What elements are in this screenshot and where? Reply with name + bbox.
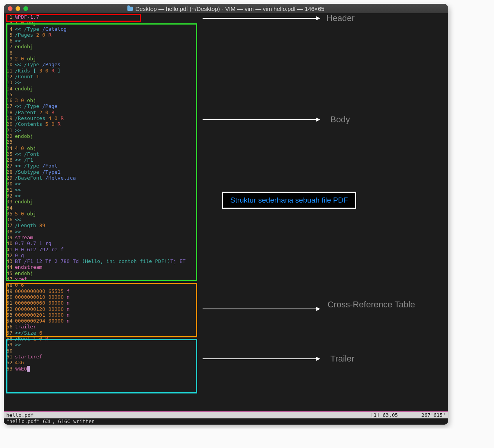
folder-icon — [127, 7, 133, 11]
code-content: 0000000000 65535 f — [15, 288, 448, 294]
caption-box: Struktur sederhana sebuah file PDF — [222, 192, 356, 209]
line-number: 47 — [4, 276, 15, 282]
code-content: endstream — [15, 264, 448, 270]
code-content: /Kids [ 3 0 R ] — [15, 68, 448, 74]
code-content: 0 0 612 792 re f — [15, 247, 448, 252]
line-number: 54 — [4, 318, 15, 324]
code-line: 36<< — [4, 217, 448, 222]
line-number: 11 — [4, 68, 15, 74]
code-line: 62436 — [4, 360, 448, 365]
line-number: 50 — [4, 294, 15, 300]
code-content: %%EO — [15, 366, 448, 372]
code-line: 60 — [4, 348, 448, 354]
line-number: 17 — [4, 103, 15, 109]
line-number: 7 — [4, 44, 15, 49]
code-line: 23 — [4, 139, 448, 145]
label-body: Body — [330, 115, 350, 125]
code-line: 26<< /F1 — [4, 157, 448, 163]
code-content: 2 0 obj — [15, 56, 448, 62]
line-number: 20 — [4, 121, 15, 127]
line-number: 24 — [4, 145, 15, 151]
line-number: 43 — [4, 258, 15, 264]
code-content: 0 6 — [15, 282, 448, 288]
line-number: 35 — [4, 211, 15, 217]
code-content: >> — [15, 127, 448, 133]
code-content: /BaseFont /Helvetica — [15, 175, 448, 181]
line-number: 25 — [4, 151, 15, 157]
code-content: 0000000294 00000 n — [15, 318, 448, 324]
code-line: 15 — [4, 92, 448, 97]
line-number: 28 — [4, 169, 15, 175]
statusbar: hello.pdf [1] 63,05 267'615' — [4, 412, 448, 418]
code-content: /Resources 4 0 R — [15, 115, 448, 121]
code-content: >> — [15, 181, 448, 187]
code-line: 420 g — [4, 252, 448, 258]
code-content: << /Type /Font — [15, 163, 448, 169]
code-line: 56trailer — [4, 324, 448, 330]
code-content: >> — [15, 79, 448, 85]
line-number: 14 — [4, 86, 15, 92]
label-trailer: Trailer — [330, 354, 355, 364]
code-content: 0.7 0.7 1 rg — [15, 240, 448, 246]
code-line: 1%PDF-1.7 — [4, 14, 448, 20]
label-header: Header — [326, 13, 355, 23]
status-filename: hello.pdf — [6, 412, 34, 418]
arrow-xref — [203, 309, 319, 309]
code-line: 25<< /Font — [4, 151, 448, 157]
code-content: /Root 1 0 R — [15, 336, 448, 342]
code-content: stream — [15, 235, 448, 240]
code-line: 14endobj — [4, 86, 448, 92]
code-content: 1 0 obj — [15, 20, 448, 26]
line-number: 62 — [4, 360, 15, 365]
code-line: 18/Parent 2 0 R — [4, 109, 448, 115]
line-number: 9 — [4, 56, 15, 62]
line-number: 53 — [4, 312, 15, 318]
code-line: 17<< /Type /Page — [4, 103, 448, 109]
line-number: 21 — [4, 127, 15, 133]
line-number: 23 — [4, 139, 15, 145]
code-content: endobj — [15, 270, 448, 276]
code-line: 490000000000 65535 f — [4, 288, 448, 294]
code-line: 20/Contents 5 0 R — [4, 121, 448, 127]
code-content: %PDF-1.7 — [15, 14, 448, 20]
code-line: 480 6 — [4, 282, 448, 288]
line-number: 60 — [4, 348, 15, 354]
code-content: /Pages 2 0 R — [15, 32, 448, 38]
line-number: 30 — [4, 181, 15, 187]
line-number: 41 — [4, 247, 15, 252]
code-content: <</Size 6 — [15, 330, 448, 336]
code-content: << /Type /Page — [15, 103, 448, 109]
titlebar: Desktop — hello.pdf (~/Desktop) - VIM — … — [4, 4, 448, 13]
line-number: 63 — [4, 366, 15, 372]
code-line: 400.7 0.7 1 rg — [4, 240, 448, 246]
code-line: 530000000201 00000 n — [4, 312, 448, 318]
line-number: 39 — [4, 235, 15, 240]
line-number: 12 — [4, 74, 15, 79]
line-number: 36 — [4, 217, 15, 222]
code-line: 19/Resources 4 0 R — [4, 115, 448, 121]
code-line: 44endstream — [4, 264, 448, 270]
code-content: >> — [15, 38, 448, 44]
line-number: 31 — [4, 187, 15, 193]
code-content: /Subtype /Type1 — [15, 169, 448, 175]
line-number: 32 — [4, 193, 15, 199]
code-content: endobj — [15, 44, 448, 49]
line-number: 8 — [4, 50, 15, 56]
line-number: 22 — [4, 133, 15, 139]
line-number: 18 — [4, 109, 15, 115]
code-line: 43BT /F1 12 Tf 2 780 Td (Hello, ini cont… — [4, 258, 448, 264]
code-line: 22endobj — [4, 133, 448, 139]
code-line: 63%%EO — [4, 366, 448, 372]
line-number: 5 — [4, 32, 15, 38]
status-message: "hello.pdf" 63L, 616C written — [6, 418, 95, 424]
code-content: << /Font — [15, 151, 448, 157]
code-content: BT /F1 12 Tf 2 780 Td (Hello, ini contoh… — [15, 258, 448, 264]
code-content: 4 0 obj — [15, 145, 448, 151]
line-number: 19 — [4, 115, 15, 121]
line-number: 6 — [4, 38, 15, 44]
line-number: 45 — [4, 270, 15, 276]
line-number: 40 — [4, 240, 15, 246]
line-number: 10 — [4, 62, 15, 67]
line-number: 48 — [4, 282, 15, 288]
code-line: 10<< /Type /Pages — [4, 62, 448, 67]
